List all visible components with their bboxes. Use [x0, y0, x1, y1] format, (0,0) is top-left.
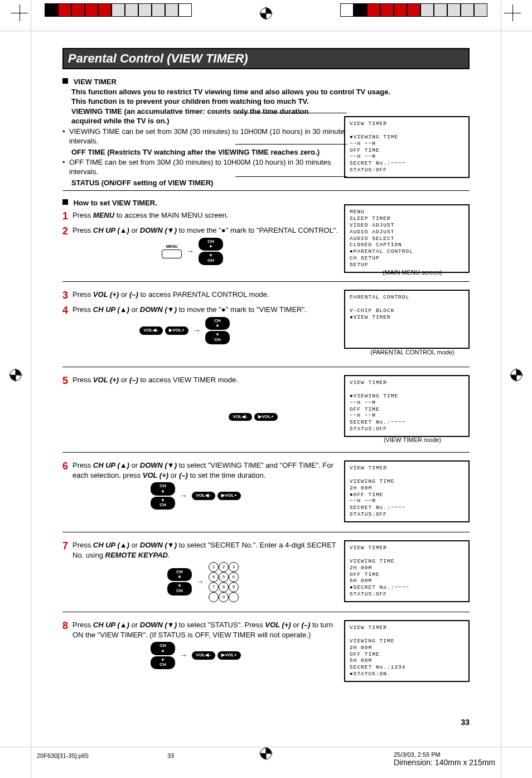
- screen-viewtimer-4: VIEW TIMER VIEWING TIME 2H 00M OFF TIME …: [344, 620, 470, 682]
- ch-down-button-icon: ▼CH: [151, 497, 175, 510]
- screen-line: −−H −−M: [350, 498, 464, 505]
- crop-mark: [504, 4, 521, 21]
- crop-mark: [11, 4, 28, 21]
- vol-minus-button-icon: VOL ◀–: [229, 413, 252, 421]
- screen-parental: PARENTAL CONTROL V-CHIP BLOCK ●VIEW TIME…: [344, 290, 470, 349]
- ch-up-button-icon: CH▲: [167, 568, 192, 582]
- arrow-icon: →: [191, 325, 203, 336]
- page: Parental Control (VIEW TIMER) VIEW TIMER…: [0, 0, 532, 778]
- screen-intro: VIEW TIMER ●VIEWING TIME −−H −−M OFF TIM…: [344, 116, 470, 178]
- target-icon: [259, 747, 273, 762]
- target-icon: [259, 7, 273, 20]
- arrow-icon: →: [177, 491, 190, 501]
- vol-plus-button-icon: ▶ VOL+: [254, 413, 278, 421]
- step-text: Press MENU to access the MAIN MENU scree…: [72, 210, 229, 222]
- step-number: 3: [62, 290, 72, 301]
- screen-line: VIEWING TIME: [350, 638, 464, 645]
- screen-line: STATUS:OFF: [350, 511, 464, 518]
- screen-line: SLEEP TIMER: [350, 215, 464, 222]
- guide: [501, 0, 501, 778]
- step-text: Press VOL (+) or (–) to access VIEW TIME…: [72, 375, 278, 421]
- screen-line: SECRET No.:−−−−: [350, 160, 464, 167]
- step-7: 7 Press CH UP (▲) or DOWN (▼) to select …: [62, 540, 341, 601]
- guide: [0, 31, 532, 31]
- vol-minus-button-icon: VOL ◀–: [192, 651, 215, 660]
- ch-up-button-icon: CH▲: [151, 482, 175, 496]
- screen-line: VIEW TIMER: [350, 465, 464, 472]
- intro-status: STATUS (ON/OFF setting of VIEW TIMER): [62, 179, 213, 187]
- intro-l1: This function allows you to restrict TV …: [62, 87, 390, 97]
- step34-section: 3 Press VOL (+) or (–) to access PARENTA…: [62, 290, 470, 362]
- step-5: 5 Press VOL (+) or (–) to access VIEW TI…: [62, 375, 341, 421]
- step-number: 6: [62, 460, 72, 510]
- screen-line: 2H 00M: [350, 645, 464, 651]
- intro-off: OFF TIME (Restricts TV watching after th…: [62, 147, 345, 157]
- square-bullet-icon: [62, 199, 68, 205]
- color-strip-right: [340, 3, 487, 16]
- divider: [62, 367, 470, 367]
- page-heading: Parental Control (VIEW TIMER): [62, 48, 470, 69]
- connector-line: [235, 144, 347, 145]
- screen-line: CH SETUP: [350, 255, 464, 262]
- screen-line: STATUS:OFF: [350, 167, 464, 174]
- step-number: 8: [62, 620, 72, 669]
- step-number: 5: [62, 375, 72, 421]
- intro-viewing: VIEWING TIME (an accumulative timer: cou…: [62, 107, 328, 126]
- intro-section: VIEW TIMER This function allows you to r…: [62, 77, 470, 186]
- intro-bullet-1: VIEWING TIME can be set from 30M (30 min…: [62, 127, 348, 146]
- color-strip-left: [45, 3, 192, 16]
- target-icon: [9, 368, 22, 384]
- step-number: 7: [62, 540, 72, 601]
- connector-line: [235, 176, 347, 177]
- ch-down-button-icon: ▼CH: [205, 331, 230, 344]
- screen-line: OFF TIME: [350, 147, 464, 154]
- step-4: 4 Press CH UP (▲) or DOWN (▼) to move th…: [62, 305, 341, 344]
- square-bullet-icon: [62, 78, 68, 84]
- screen-line: SECRET No.:−−−−: [350, 419, 464, 426]
- arrow-icon: →: [184, 246, 196, 257]
- page-number: 33: [461, 718, 470, 727]
- howto-title: How to set VIEW TIMER.: [74, 199, 157, 207]
- ch-down-button-icon: ▼CH: [167, 582, 192, 595]
- screen-line: 5H 00M: [350, 657, 464, 664]
- screen-line: PARENTAL CONTROL: [350, 294, 464, 301]
- screen-line: SETUP: [350, 262, 464, 268]
- screen-menu: MENU SLEEP TIMER VIDEO ADJUST AUDIO ADJU…: [344, 204, 470, 273]
- footer-dimension: Dimension: 140mm x 215mm: [394, 758, 495, 767]
- intro-l2: This function is to prevent your childre…: [62, 97, 309, 107]
- button-group: CH▲ ▼CH → 123 456 789 0: [167, 562, 341, 601]
- screen-line: ●SECRET No.:−−−−: [350, 584, 464, 591]
- screen-line: ●PARENTAL CONTROL: [350, 248, 464, 255]
- step-2: 2 Press CH UP (▲) or DOWN (▼) to move th…: [62, 225, 341, 265]
- screen-label: (PARENTAL CONTROL mode): [355, 349, 470, 356]
- screen-line: OFF TIME: [350, 572, 464, 578]
- registration-top: [0, 0, 532, 26]
- screen-line: VIEW TIMER: [350, 121, 464, 127]
- footer-right: 25/3/03, 2:59 PM Dimension: 140mm x 215m…: [394, 751, 495, 767]
- howto-section: How to set VIEW TIMER. 1 Press MENU to a…: [62, 199, 470, 277]
- screen-label: (VIEW TIMER mode): [355, 436, 470, 443]
- screen-line: 2H 00M: [350, 485, 464, 492]
- screen-line: ●OFF TIME: [350, 492, 464, 498]
- step5-section: 5 Press VOL (+) or (–) to access VIEW TI…: [62, 375, 470, 448]
- step-text: Press CH UP (▲) or DOWN (▼) to select "S…: [72, 540, 341, 601]
- screen-line: VIEWING TIME: [350, 558, 464, 565]
- screen-line: VIEW TIMER: [350, 625, 464, 631]
- screen-label: (MAIN MENU screen): [355, 269, 470, 276]
- step-number: 4: [62, 305, 72, 344]
- screen-line: STATUS:OFF: [350, 426, 464, 433]
- step-1: 1 Press MENU to access the MAIN MENU scr…: [62, 210, 341, 222]
- intro-title: VIEW TIMER: [74, 78, 117, 86]
- vol-minus-button-icon: VOL ◀–: [192, 492, 215, 500]
- ch-down-button-icon: ▼CH: [151, 656, 175, 670]
- button-group: CH▲ ▼CH → VOL ◀– ▶ VOL+: [151, 642, 341, 669]
- footer-date: 25/3/03, 2:59 PM: [394, 751, 495, 758]
- step7-section: 7 Press CH UP (▲) or DOWN (▼) to select …: [62, 540, 470, 607]
- divider: [62, 612, 470, 612]
- screen-line: ●VIEW TIMER: [350, 314, 464, 321]
- vol-plus-button-icon: ▶ VOL+: [217, 651, 241, 660]
- ch-up-button-icon: CH▲: [205, 317, 230, 330]
- screen-line: VIEWING TIME: [350, 478, 464, 485]
- screen-line: OFF TIME: [350, 651, 464, 658]
- intro-bullet-2: OFF TIME can be set from 30M (30 minutes…: [62, 158, 348, 177]
